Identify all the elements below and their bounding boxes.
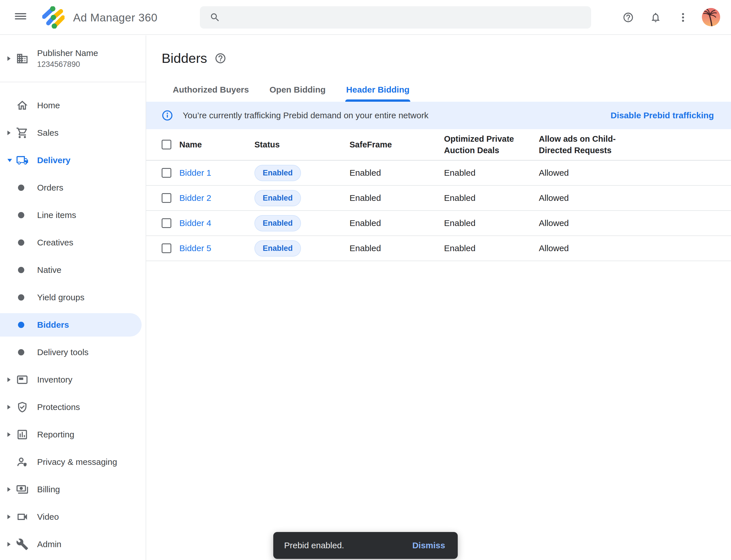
expand-arrow-icon [7,405,11,409]
publisher-account-switcher[interactable]: Publisher Name 1234567890 [0,35,146,82]
bullet-icon [18,185,24,191]
more-vert-icon[interactable] [677,12,689,23]
shopping-cart-icon [16,127,37,139]
status-badge[interactable]: Enabled [255,215,301,231]
child-directed-value: Allowed [539,243,728,253]
safeframe-value: Enabled [350,193,444,203]
sidebar-item-protections[interactable]: Protections [0,393,146,421]
shield-check-icon [16,401,37,413]
toast-message: Prebid enabled. [284,541,344,550]
table-row: Bidder 2 Enabled Enabled Enabled Allowed [146,186,731,211]
bidders-table: Name Status SafeFrame Optimized Private … [146,129,731,261]
sidebar-item-delivery[interactable]: Delivery [0,147,146,174]
tab-open-bidding[interactable]: Open Bidding [269,78,327,102]
expand-arrow-icon [7,487,11,492]
sidebar-item-label: Admin [37,539,61,549]
opa-deals-value: Enabled [444,193,539,203]
snackbar-toast: Prebid enabled. Dismiss [273,532,458,559]
home-icon [16,99,37,112]
bullet-icon [18,267,24,273]
tab-authorized-buyers[interactable]: Authorized Buyers [172,78,250,102]
billing-icon [16,483,37,496]
sidebar-item-delivery-tools[interactable]: Delivery tools [0,339,146,366]
sidebar-item-video[interactable]: Video [0,503,146,531]
sidebar-item-admin[interactable]: Admin [0,531,146,558]
ad-manager-logo [42,6,65,29]
sidebar-nav: Publisher Name 1234567890 Home Sales Del… [0,35,146,560]
bidder-link[interactable]: Bidder 4 [179,218,211,228]
status-badge[interactable]: Enabled [255,165,301,181]
sidebar-item-label: Home [37,101,60,110]
bullet-icon [18,239,24,246]
sidebar-item-line-items[interactable]: Line items [0,201,146,229]
expand-arrow-icon [7,542,11,547]
child-directed-value: Allowed [539,218,728,228]
status-badge[interactable]: Enabled [255,190,301,206]
hamburger-menu-icon[interactable] [15,13,26,21]
help-icon[interactable] [622,12,634,23]
sidebar-item-label: Line items [37,210,76,220]
bullet-icon [18,349,24,355]
info-icon [162,110,173,121]
top-app-bar: Ad Manager 360 [0,0,731,35]
search-input[interactable] [221,6,591,29]
table-row: Bidder 1 Enabled Enabled Enabled Allowed [146,161,731,186]
sidebar-item-native[interactable]: Native [0,256,146,284]
bar-chart-icon [16,428,37,441]
bidder-link[interactable]: Bidder 2 [179,193,211,203]
sidebar-item-orders[interactable]: Orders [0,174,146,201]
table-header-row: Name Status SafeFrame Optimized Private … [146,129,731,161]
sidebar-item-inventory[interactable]: Inventory [0,366,146,393]
select-all-checkbox[interactable] [162,140,171,149]
row-checkbox[interactable] [162,218,171,228]
sidebar-item-privacy-messaging[interactable]: Privacy & messaging [0,448,146,476]
column-header-optimized-private-auction-deals: Optimized Private Auction Deals [444,133,530,156]
child-directed-value: Allowed [539,168,728,178]
sidebar-item-creatives[interactable]: Creatives [0,229,146,256]
prebid-info-banner: You’re currently trafficking Prebid dema… [146,102,731,129]
column-header-status: Status [255,140,350,149]
publisher-account-id: 1234567890 [37,60,98,69]
bidders-tabs: Authorized Buyers Open Bidding Header Bi… [172,78,410,102]
sidebar-item-billing[interactable]: Billing [0,476,146,503]
sidebar-item-label: Reporting [37,430,74,439]
bullet-icon [18,212,24,218]
notifications-bell-icon[interactable] [650,12,661,23]
video-camera-icon [16,511,37,523]
dismiss-button[interactable]: Dismiss [412,541,445,550]
bidder-link[interactable]: Bidder 5 [179,243,211,253]
opa-deals-value: Enabled [444,168,539,178]
tab-header-bidding[interactable]: Header Bidding [345,78,410,102]
building-icon [16,52,37,65]
sidebar-item-bidders[interactable]: Bidders [0,313,142,337]
disable-prebid-trafficking-link[interactable]: Disable Prebid trafficking [610,111,714,120]
expand-arrow-icon [7,131,11,135]
bullet-icon [18,294,24,301]
banner-message: You’re currently trafficking Prebid dema… [183,111,428,120]
child-directed-value: Allowed [539,193,728,203]
status-badge[interactable]: Enabled [255,240,301,257]
safeframe-value: Enabled [350,168,444,178]
app-title: Ad Manager 360 [73,11,157,24]
expand-arrow-icon [7,515,11,519]
sidebar-item-label: Delivery [37,155,71,165]
opa-deals-value: Enabled [444,243,539,253]
sidebar-item-home[interactable]: Home [0,92,146,119]
row-checkbox[interactable] [162,168,171,178]
table-row: Bidder 5 Enabled Enabled Enabled Allowed [146,236,731,261]
sidebar-item-label: Billing [37,485,60,494]
avatar[interactable] [702,8,720,26]
bidder-link[interactable]: Bidder 1 [179,168,211,177]
column-header-safeframe: SafeFrame [350,140,444,149]
sidebar-item-yield-groups[interactable]: Yield groups [0,284,146,311]
column-header-child-directed: Allow ads on Child-Directed Requests [539,133,619,156]
row-checkbox[interactable] [162,193,171,203]
safeframe-value: Enabled [350,243,444,253]
row-checkbox[interactable] [162,243,171,253]
expand-arrow-icon [7,432,11,437]
sidebar-item-sales[interactable]: Sales [0,119,146,147]
global-search [200,6,591,29]
page-help-icon[interactable] [215,52,227,64]
person-badge-icon [16,456,37,468]
sidebar-item-reporting[interactable]: Reporting [0,421,146,448]
